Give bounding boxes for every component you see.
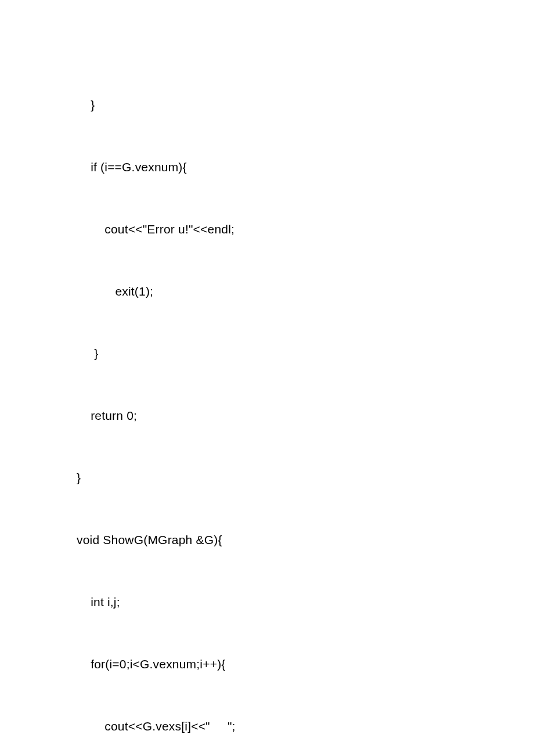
code-line: cout<<"Error u!"<<endl;	[77, 214, 459, 245]
code-line: int i,j;	[77, 586, 459, 618]
code-line: for(i=0;i<G.vexnum;i++){	[77, 649, 459, 680]
code-line: cout<<G.vexs[i]<<" ";	[77, 711, 459, 742]
code-line: }	[77, 462, 459, 494]
code-line: if (i==G.vexnum){	[77, 152, 459, 183]
code-line: exit(1);	[77, 276, 459, 307]
code-line: void ShowG(MGraph &G){	[77, 524, 459, 556]
code-line: return 0;	[77, 400, 459, 431]
code-line: }	[77, 89, 459, 121]
code-line: }	[77, 338, 459, 369]
code-page: } if (i==G.vexnum){ cout<<"Error u!"<<en…	[0, 0, 534, 756]
